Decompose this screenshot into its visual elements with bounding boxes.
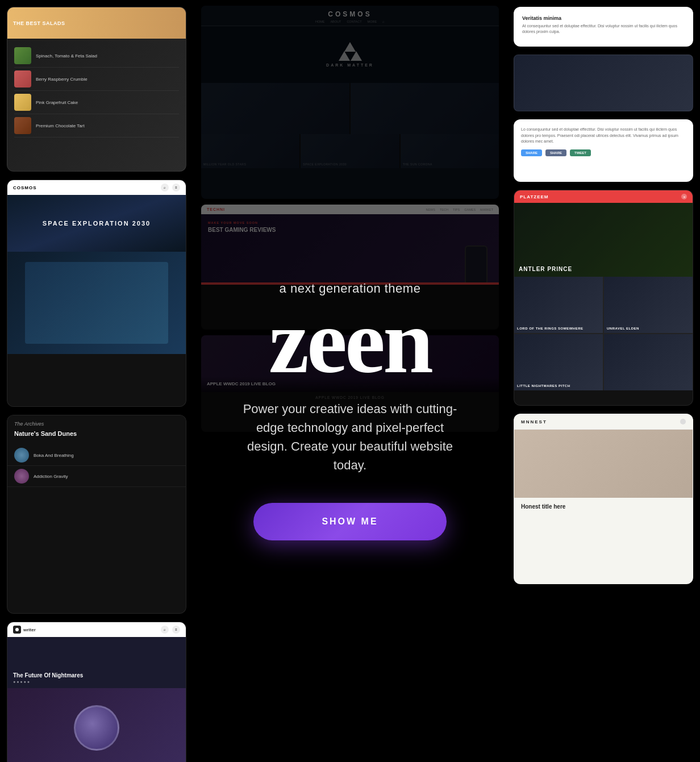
techni-nav-games: GAMES bbox=[464, 208, 476, 211]
platzeem-logo: PLATZEEM bbox=[520, 194, 549, 199]
cosmos-grid3-label-3: THE SUN CORONA bbox=[403, 163, 432, 166]
writer-nav-icons: ⌕ ≡ bbox=[161, 626, 180, 634]
food-label-4: Premium Chocolate Tart bbox=[36, 123, 85, 128]
cosmos-nav-contact: CONTACT bbox=[347, 20, 361, 23]
cosmos-grid2-cell-1 bbox=[201, 83, 349, 134]
writer-left-card: writer ⌕ ≡ The Future Of Nightmares ● ● … bbox=[7, 622, 186, 762]
show-me-button[interactable]: SHOW ME bbox=[253, 503, 447, 540]
writer-icon bbox=[13, 626, 21, 634]
cosmos-grid3-label-1: MILLION YEAR OLD STARS bbox=[203, 163, 246, 166]
food-item-4: Premium Chocolate Tart bbox=[14, 114, 179, 138]
triforce-icon bbox=[339, 42, 362, 61]
lorem-tweet-btn[interactable]: TWEET bbox=[570, 149, 591, 156]
techni-nav-news: NEWS bbox=[426, 208, 435, 211]
cosmos-nav-search: ⌕ bbox=[382, 20, 385, 23]
writer-search-icon: ⌕ bbox=[161, 626, 169, 634]
techni-phone-mockup bbox=[465, 245, 488, 282]
platzeem-cell-4 bbox=[604, 334, 693, 390]
archives-item-1: Boka And Breathing bbox=[7, 445, 186, 466]
cosmos-grid3-cell-3: THE SUN CORONA bbox=[401, 134, 499, 168]
archives-hero-title: Nature's Sand Dunes bbox=[14, 430, 179, 437]
archives-left-card: The Archives Nature's Sand Dunes Boka An… bbox=[7, 415, 186, 614]
cosmos-center-header: COSMOS HOME ABOUT CONTACT MORE ⌕ bbox=[201, 6, 499, 26]
writer-menu-icon: ≡ bbox=[172, 626, 180, 634]
center-column: COSMOS HOME ABOUT CONTACT MORE ⌕ bbox=[193, 0, 507, 762]
cosmos-space-title: SPACE EXPLORATION 2030 bbox=[43, 220, 151, 227]
lorem-share-btn-1[interactable]: SHARE bbox=[521, 149, 542, 156]
right-dark-image bbox=[514, 55, 693, 111]
svg-point-0 bbox=[15, 628, 19, 631]
platzeem-cell-title-1: LORD OF THE RINGS SOMEWHERE bbox=[517, 327, 584, 330]
platzeem-hero-title: ANTLER PRINCE bbox=[519, 266, 688, 272]
archives-label-1: Boka And Breathing bbox=[34, 453, 74, 458]
honest-content: Honest title here bbox=[514, 498, 693, 518]
cosmos-menu-icon: ≡ bbox=[172, 184, 180, 191]
food-card-header: THE BEST SALADS bbox=[7, 7, 186, 39]
hero-description: Power your creative ideas with cutting-e… bbox=[239, 399, 461, 474]
honest-hero-image bbox=[514, 430, 693, 498]
writer-hero-title: The Future Of Nightmares bbox=[13, 672, 180, 678]
platzeem-cell-3: LITTLE NIGHTMARES PITCH bbox=[514, 334, 603, 390]
triforce-top bbox=[344, 42, 356, 52]
food-label-1: Spinach, Tomato & Feta Salad bbox=[36, 53, 97, 59]
techni-center-nav: NEWS TECH TIPS GAMES MARKET bbox=[426, 208, 493, 211]
writer-icon-svg bbox=[15, 627, 19, 632]
cosmos-grid2-cell-2 bbox=[351, 83, 499, 134]
archives-label-2: Addiction Gravity bbox=[34, 474, 68, 479]
techni-nav-tech: TECH bbox=[440, 208, 448, 211]
lorem-body: Lo consequuntur sed et doluptae effectit… bbox=[521, 127, 686, 145]
archives-avatar-2 bbox=[14, 469, 29, 484]
writer-header: writer ⌕ ≡ bbox=[7, 622, 186, 637]
cosmos-image-area bbox=[7, 252, 186, 354]
cosmos-placeholder-image bbox=[25, 262, 168, 344]
triforce-bl bbox=[339, 51, 350, 61]
techni-center-header: TECHNI NEWS TECH TIPS GAMES MARKET bbox=[201, 205, 499, 214]
writer-hero: The Future Of Nightmares ● ● ● ● ● bbox=[7, 637, 186, 688]
dark-matter-title: DARK MATTER bbox=[326, 63, 374, 67]
cosmos-grid3-cell-1: MILLION YEAR OLD STARS bbox=[201, 134, 299, 168]
dark-matter-section: DARK MATTER bbox=[201, 26, 499, 83]
food-card: THE BEST SALADS Spinach, Tomato & Feta S… bbox=[7, 7, 186, 172]
food-thumb-4 bbox=[14, 117, 31, 134]
cosmos-card-header: COSMOS ⌕ ≡ bbox=[7, 180, 186, 195]
veritatis-card: Veritatis minima At consequuntur sed et … bbox=[514, 7, 693, 47]
techni-center-tag: MAKE YOUR MOVE SOON bbox=[208, 221, 492, 224]
food-thumb-1 bbox=[14, 47, 31, 64]
cosmos-nav-icons: ⌕ ≡ bbox=[161, 184, 180, 191]
platzeem-header: PLATZEEM ✕ bbox=[514, 190, 693, 203]
honest-hero bbox=[514, 430, 693, 498]
cosmos-center-grid2 bbox=[201, 83, 499, 134]
platzeem-cell-title-3: LITTLE NIGHTMARES PITCH bbox=[517, 384, 570, 388]
food-item-3: Pink Grapefruit Cake bbox=[14, 91, 179, 114]
writer-hero-meta: ● ● ● ● ● bbox=[13, 680, 180, 684]
honest-card: MNNEST Honest title here bbox=[514, 414, 693, 584]
cosmos-hero-content: SPACE EXPLORATION 2030 bbox=[43, 220, 151, 227]
cosmos-left-card: COSMOS ⌕ ≡ SPACE EXPLORATION 2030 bbox=[7, 180, 186, 407]
food-thumb-3 bbox=[14, 94, 31, 111]
left-column: THE BEST SALADS Spinach, Tomato & Feta S… bbox=[0, 0, 193, 762]
lorem-share-btn-2[interactable]: SHARE bbox=[545, 149, 566, 156]
honest-close-icon bbox=[680, 419, 686, 424]
techni-center-logo: TECHNI bbox=[207, 207, 225, 211]
platzeem-close-icon: ✕ bbox=[681, 194, 687, 199]
archives-header: The Archives Nature's Sand Dunes bbox=[7, 415, 186, 445]
triforce-br bbox=[351, 51, 362, 61]
platzeem-hero-overlay: ANTLER PRINCE bbox=[514, 203, 693, 277]
platzeem-cell-1: LORD OF THE RINGS SOMEWHERE bbox=[514, 277, 603, 333]
techni-center-hero: MAKE YOUR MOVE SOON BEST GAMING REVIEWS bbox=[201, 214, 499, 282]
hero-content: a next generation theme zeen Power your … bbox=[193, 281, 507, 540]
techni-center-title: BEST GAMING REVIEWS bbox=[208, 227, 492, 234]
cosmos-grid3-label-2: SPACE EXPLORATION 2030 bbox=[303, 163, 347, 166]
platzeem-cell-2: UNRAVEL ELDEN bbox=[604, 277, 693, 333]
cosmos-nav-about: ABOUT bbox=[330, 20, 341, 23]
food-thumb-2 bbox=[14, 70, 31, 88]
cosmos-hero: SPACE EXPLORATION 2030 bbox=[7, 195, 186, 252]
food-card-title: THE BEST SALADS bbox=[13, 20, 65, 26]
page-layout: THE BEST SALADS Spinach, Tomato & Feta S… bbox=[0, 0, 700, 762]
writer-label: writer bbox=[23, 627, 36, 632]
writer-logo-row: writer bbox=[13, 626, 36, 634]
platzeem-cell-title-2: UNRAVEL ELDEN bbox=[607, 327, 639, 330]
techni-nav-market: MARKET bbox=[480, 208, 493, 211]
techni-nav-tips: TIPS bbox=[453, 208, 460, 211]
food-label-3: Pink Grapefruit Cake bbox=[36, 100, 78, 105]
